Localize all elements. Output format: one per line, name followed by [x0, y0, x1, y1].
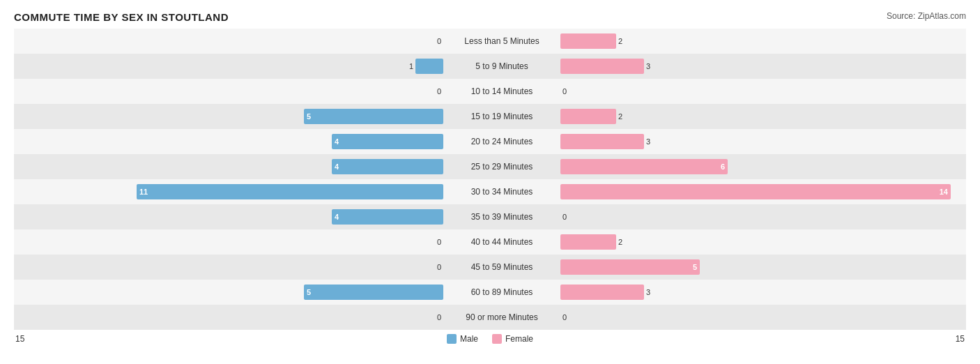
female-value-inside: 6 [721, 162, 728, 171]
legend-female: Female [492, 334, 533, 344]
left-section: 0 [14, 310, 446, 325]
male-bar: 5 [304, 285, 443, 300]
female-bar: 6 [560, 159, 728, 174]
right-section: 3 [558, 285, 980, 300]
left-bar-container: 0 [14, 33, 443, 49]
right-section: 3 [558, 59, 980, 74]
right-bar-container: 5 [560, 259, 980, 275]
row-label: 60 to 89 Minutes [446, 287, 558, 297]
axis-label-left: 15 [15, 334, 36, 344]
female-value: 0 [562, 87, 576, 96]
right-section: 6 [558, 159, 980, 174]
right-section: 0 [558, 310, 980, 325]
right-bar-container: 0 [560, 310, 980, 325]
row-label: 20 to 24 Minutes [446, 137, 558, 146]
female-bar [560, 285, 644, 300]
row-label: Less than 5 Minutes [446, 36, 558, 46]
right-section: 0 [558, 209, 980, 225]
bar-row: 4 20 to 24 Minutes 3 [14, 129, 966, 154]
right-section: 2 [558, 109, 980, 124]
row-label: 5 to 9 Minutes [446, 61, 558, 71]
right-section: 14 [558, 184, 980, 199]
left-section: 5 [14, 109, 446, 124]
left-bar-container: 0 [14, 310, 443, 325]
source-text: Source: ZipAtlas.com [887, 11, 966, 21]
male-value: 0 [427, 87, 441, 96]
female-value: 2 [618, 238, 632, 246]
female-value: 2 [618, 37, 632, 45]
right-bar-container: 3 [560, 134, 980, 149]
row-label: 10 to 14 Minutes [446, 86, 558, 96]
row-label: 35 to 39 Minutes [446, 212, 558, 222]
left-bar-container: 1 [14, 59, 443, 74]
left-bar-container: 4 [14, 159, 443, 174]
left-section: 0 [14, 259, 446, 275]
male-bar: 4 [332, 134, 443, 149]
bar-row: 0 Less than 5 Minutes 2 [14, 29, 966, 54]
male-label: Male [460, 334, 478, 344]
male-value-inside: 5 [304, 288, 311, 296]
right-bar-container: 2 [560, 234, 980, 250]
bar-row: 5 60 to 89 Minutes 3 [14, 280, 966, 305]
bar-row: 0 45 to 59 Minutes 5 [14, 255, 966, 280]
bar-row: 11 30 to 34 Minutes 14 [14, 179, 966, 204]
male-value: 0 [427, 238, 441, 246]
right-section: 0 [558, 84, 980, 99]
male-value: 1 [399, 62, 413, 70]
row-label: 15 to 19 Minutes [446, 112, 558, 121]
row-label: 45 to 59 Minutes [446, 262, 558, 272]
female-value: 3 [646, 137, 660, 146]
right-section: 2 [558, 33, 980, 49]
row-label: 40 to 44 Minutes [446, 237, 558, 247]
chart-area: 0 Less than 5 Minutes 2 1 [14, 29, 966, 330]
female-label: Female [505, 334, 533, 344]
left-bar-container: 4 [14, 209, 443, 225]
bar-row: 0 10 to 14 Minutes 0 [14, 79, 966, 104]
bar-row: 0 40 to 44 Minutes 2 [14, 229, 966, 255]
left-bar-container: 4 [14, 134, 443, 149]
female-bar: 5 [560, 259, 700, 275]
left-bar-container: 0 [14, 259, 443, 275]
left-section: 4 [14, 134, 446, 149]
male-value-inside: 11 [137, 188, 148, 196]
bar-row: 5 15 to 19 Minutes 2 [14, 104, 966, 129]
right-bar-container: 0 [560, 209, 980, 225]
right-bar-container: 2 [560, 33, 980, 49]
left-bar-container: 0 [14, 84, 443, 99]
female-bar [560, 109, 616, 124]
male-value: 0 [427, 37, 441, 45]
left-bar-container: 5 [14, 285, 443, 300]
left-section: 4 [14, 209, 446, 225]
male-bar: 11 [137, 184, 443, 199]
row-label: 30 to 34 Minutes [446, 187, 558, 197]
male-value-inside: 4 [332, 162, 339, 171]
right-section: 2 [558, 234, 980, 250]
left-section: 5 [14, 285, 446, 300]
right-bar-container: 0 [560, 84, 980, 99]
male-bar: 5 [304, 109, 443, 124]
left-section: 0 [14, 234, 446, 250]
bar-row: 4 25 to 29 Minutes 6 [14, 154, 966, 179]
left-section: 0 [14, 84, 446, 99]
female-value: 0 [562, 213, 576, 221]
bar-row: 0 90 or more Minutes 0 [14, 305, 966, 330]
left-bar-container: 5 [14, 109, 443, 124]
female-bar [560, 33, 616, 49]
female-value-inside: 14 [940, 188, 951, 196]
row-label: 90 or more Minutes [446, 312, 558, 322]
female-bar [560, 59, 644, 74]
male-value-inside: 5 [304, 112, 311, 121]
axis-label-right: 15 [944, 334, 965, 344]
female-value-inside: 5 [693, 263, 700, 271]
female-value: 2 [618, 112, 632, 121]
right-bar-container: 2 [560, 109, 980, 124]
bar-row: 4 35 to 39 Minutes 0 [14, 204, 966, 229]
row-label: 25 to 29 Minutes [446, 162, 558, 172]
right-section: 5 [558, 259, 980, 275]
left-section: 1 [14, 59, 446, 74]
male-value: 0 [427, 313, 441, 321]
female-swatch [492, 334, 502, 344]
male-value: 0 [427, 263, 441, 271]
left-bar-container: 0 [14, 234, 443, 250]
male-bar: 4 [332, 159, 443, 174]
